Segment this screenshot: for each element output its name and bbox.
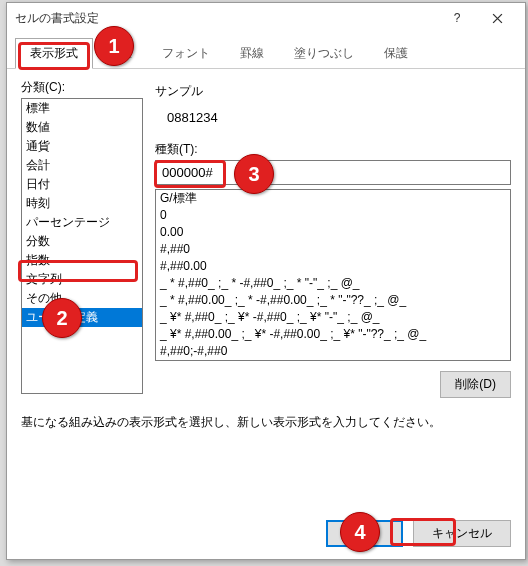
- format-item[interactable]: G/標準: [156, 190, 510, 207]
- category-item[interactable]: 指数: [22, 251, 142, 270]
- dialog-title: セルの書式設定: [15, 10, 437, 27]
- format-item[interactable]: 0.00: [156, 224, 510, 241]
- type-label: 種類(T):: [155, 141, 511, 158]
- tab-1[interactable]: 配置: [93, 38, 147, 69]
- category-item[interactable]: 文字列: [22, 270, 142, 289]
- type-input[interactable]: [155, 160, 511, 185]
- format-cells-dialog: セルの書式設定 ? 表示形式配置フォント罫線塗りつぶし保護 分類(C): 標準数…: [6, 2, 526, 560]
- category-item[interactable]: ユーザー定義: [22, 308, 142, 327]
- format-item[interactable]: _ ¥* #,##0_ ;_ ¥* -#,##0_ ;_ ¥* "-"_ ;_ …: [156, 309, 510, 326]
- format-item[interactable]: #,##0;[赤]-#,##0: [156, 360, 510, 361]
- category-item[interactable]: パーセンテージ: [22, 213, 142, 232]
- category-label: 分類(C):: [21, 79, 143, 96]
- content-area: 分類(C): 標準数値通貨会計日付時刻パーセンテージ分数指数文字列その他ユーザー…: [7, 69, 525, 441]
- titlebar: セルの書式設定 ?: [7, 3, 525, 33]
- ok-button[interactable]: OK: [326, 520, 403, 547]
- tab-strip: 表示形式配置フォント罫線塗りつぶし保護: [7, 37, 525, 69]
- category-item[interactable]: 分数: [22, 232, 142, 251]
- category-item[interactable]: 標準: [22, 99, 142, 118]
- format-item[interactable]: _ * #,##0.00_ ;_ * -#,##0.00_ ;_ * "-"??…: [156, 292, 510, 309]
- category-item[interactable]: 通貨: [22, 137, 142, 156]
- tab-0[interactable]: 表示形式: [15, 38, 93, 69]
- tab-4[interactable]: 塗りつぶし: [279, 38, 369, 69]
- format-item[interactable]: _ * #,##0_ ;_ * -#,##0_ ;_ * "-"_ ;_ @_: [156, 275, 510, 292]
- hint-text: 基になる組み込みの表示形式を選択し、新しい表示形式を入力してください。: [21, 414, 511, 431]
- category-list[interactable]: 標準数値通貨会計日付時刻パーセンテージ分数指数文字列その他ユーザー定義: [21, 98, 143, 394]
- sample-value: 0881234: [155, 106, 511, 135]
- format-item[interactable]: _ ¥* #,##0.00_ ;_ ¥* -#,##0.00_ ;_ ¥* "-…: [156, 326, 510, 343]
- cancel-button[interactable]: キャンセル: [413, 520, 511, 547]
- category-item[interactable]: 数値: [22, 118, 142, 137]
- tab-3[interactable]: 罫線: [225, 38, 279, 69]
- button-row: OK キャンセル: [326, 520, 511, 547]
- close-icon[interactable]: [477, 3, 517, 33]
- category-item[interactable]: その他: [22, 289, 142, 308]
- category-item[interactable]: 日付: [22, 175, 142, 194]
- delete-button[interactable]: 削除(D): [440, 371, 511, 398]
- category-item[interactable]: 会計: [22, 156, 142, 175]
- format-item[interactable]: #,##0.00: [156, 258, 510, 275]
- format-item[interactable]: #,##0;-#,##0: [156, 343, 510, 360]
- tab-5[interactable]: 保護: [369, 38, 423, 69]
- category-item[interactable]: 時刻: [22, 194, 142, 213]
- sample-label: サンプル: [155, 83, 511, 100]
- help-icon[interactable]: ?: [437, 3, 477, 33]
- format-item[interactable]: #,##0: [156, 241, 510, 258]
- sample-box: サンプル 0881234: [155, 83, 511, 135]
- format-list[interactable]: G/標準00.00#,##0#,##0.00_ * #,##0_ ;_ * -#…: [155, 189, 511, 361]
- format-item[interactable]: 0: [156, 207, 510, 224]
- tab-2[interactable]: フォント: [147, 38, 225, 69]
